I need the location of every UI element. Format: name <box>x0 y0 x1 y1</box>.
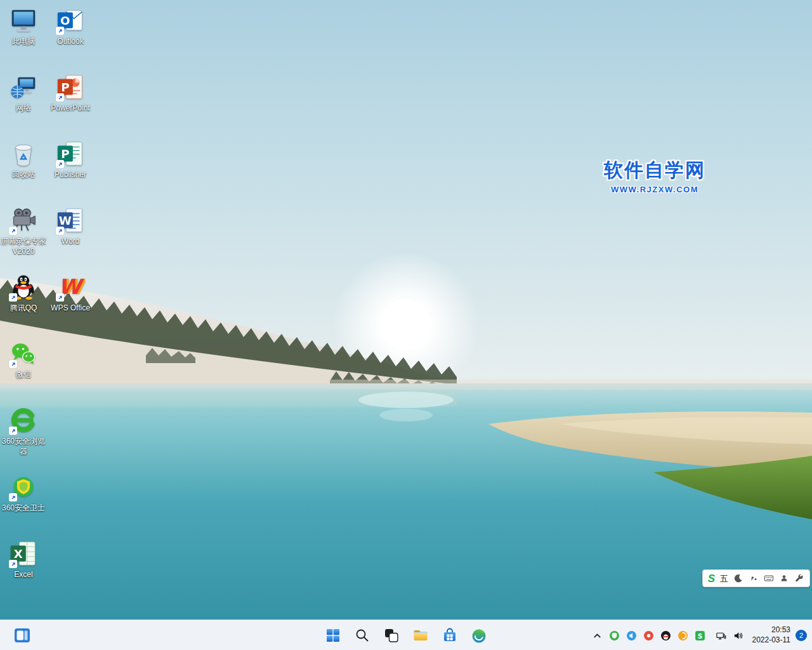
search-button[interactable] <box>349 622 376 649</box>
desktop-icon-360-safe[interactable]: 360安全卫士 <box>0 470 47 537</box>
file-explorer-button[interactable] <box>407 622 434 649</box>
360-browser-icon <box>9 406 38 435</box>
wechat-icon <box>9 339 38 368</box>
desktop-icon-360-browser[interactable]: 360安全浏览器 <box>0 404 47 470</box>
tray-icon-app-red[interactable] <box>641 624 657 647</box>
clock[interactable]: 20:53 2022-03-11 <box>750 623 796 647</box>
fullwidth-moon-icon[interactable] <box>733 573 743 583</box>
start-button[interactable] <box>320 622 346 649</box>
browser-360-button[interactable] <box>466 622 492 649</box>
hidden-icons-chevron[interactable] <box>589 624 605 647</box>
shortcut-arrow-icon <box>56 93 64 102</box>
sogou-logo-icon[interactable]: S <box>708 573 715 584</box>
desktop-icon-label: 360安全卫士 <box>2 503 45 514</box>
shortcut-arrow-icon <box>56 293 64 302</box>
browser-360-icon <box>471 627 487 644</box>
task-view-button[interactable] <box>378 622 405 649</box>
ime-toolbar[interactable]: S 五 <box>702 569 810 587</box>
microsoft-store-button[interactable] <box>436 622 463 649</box>
desktop-icon-column-1: 此电脑 网络 <box>0 4 47 604</box>
desktop-icon-label: 腾讯QQ <box>10 303 37 314</box>
this-pc-icon <box>9 6 38 35</box>
desktop-icon-column-2: O Outlook P <box>47 4 94 337</box>
network-status-button[interactable] <box>713 624 729 647</box>
svg-text:O: O <box>60 14 70 27</box>
desktop-icon-this-pc[interactable]: 此电脑 <box>0 4 47 70</box>
chevron-up-icon <box>592 630 603 641</box>
svg-text:P: P <box>61 147 69 161</box>
soft-keyboard-icon[interactable] <box>764 573 774 583</box>
toolbox-wrench-icon[interactable] <box>794 573 804 583</box>
tray-icon-sogou[interactable]: S <box>692 624 708 647</box>
excel-icon: X <box>9 539 38 568</box>
tray-icon-qq[interactable] <box>658 624 674 647</box>
desktop-icon-word[interactable]: W Word <box>47 204 94 270</box>
shortcut-arrow-icon <box>9 360 17 368</box>
desktop-icon-label: 微信 <box>16 370 31 380</box>
desktop-icon-label: 360安全浏览器 <box>1 437 46 456</box>
notification-badge[interactable]: 2 <box>796 630 807 641</box>
wps-office-icon: W W <box>56 272 85 302</box>
tray-icon-audio-app[interactable] <box>624 624 639 647</box>
desktop-icon-publisher[interactable]: P Publisher <box>47 137 94 204</box>
shortcut-arrow-icon <box>56 227 64 235</box>
publisher-icon: P <box>56 139 85 168</box>
desktop-icon-label: 回收站 <box>12 170 35 180</box>
screen-recorder-icon <box>9 206 38 235</box>
desktop-icon-wps-office[interactable]: W W WPS Office <box>47 270 94 337</box>
desktop-icon-label: Word <box>62 237 79 247</box>
clock-date: 2022-03-11 <box>752 635 791 646</box>
shortcut-arrow-icon <box>9 493 17 501</box>
clock-time: 20:53 <box>752 625 791 635</box>
wallpaper-scene <box>0 0 812 620</box>
volume-button[interactable] <box>730 624 746 647</box>
search-icon <box>354 627 370 644</box>
ime-mode-indicator[interactable]: 五 <box>720 574 728 583</box>
network-icon <box>9 72 38 102</box>
ethernet-network-icon <box>716 630 726 641</box>
desktop-icon-label: Outlook <box>57 37 83 47</box>
microsoft-store-icon <box>442 627 458 644</box>
desktop-icon-label: PowerPoint <box>51 103 89 114</box>
tray-icon-app-orange[interactable] <box>675 624 691 647</box>
desktop-icon-label: Publisher <box>55 170 86 180</box>
360-safe-icon <box>9 472 38 501</box>
shortcut-arrow-icon <box>9 560 17 568</box>
svg-text:W: W <box>59 214 72 227</box>
desktop-icon-screen-recorder[interactable]: 屏幕录像专家V2020 <box>0 204 47 270</box>
desktop-icon-excel[interactable]: X Excel <box>0 537 47 604</box>
file-explorer-icon <box>412 627 429 644</box>
shortcut-arrow-icon <box>56 160 64 168</box>
desktop-icon-label: 此电脑 <box>12 37 35 47</box>
shortcut-arrow-icon <box>9 427 17 435</box>
word-icon: W <box>56 206 85 235</box>
desktop-icon-label: WPS Office <box>51 303 90 314</box>
windows-logo-icon <box>325 627 341 644</box>
desktop-icon-recycle-bin[interactable]: 回收站 <box>0 137 47 204</box>
punctuation-icon[interactable] <box>749 573 759 583</box>
shortcut-arrow-icon <box>9 293 17 302</box>
shortcut-arrow-icon <box>9 227 17 235</box>
desktop-icon-label: 网络 <box>16 103 31 114</box>
tray-icon-360-safe[interactable] <box>606 624 622 647</box>
svg-text:P: P <box>61 81 69 94</box>
desktop-icon-wechat[interactable]: 微信 <box>0 337 47 404</box>
widgets-icon <box>14 627 30 644</box>
desktop[interactable]: 软件自学网 WWW.RJZXW.COM 此电脑 <box>0 0 812 620</box>
desktop-icon-label: 屏幕录像专家V2020 <box>1 237 46 256</box>
desktop-icon-powerpoint[interactable]: P PowerPoint <box>47 70 94 137</box>
speaker-icon <box>733 630 743 641</box>
input-mode-person-icon[interactable] <box>779 573 789 583</box>
qq-icon <box>9 272 38 302</box>
wallpaper-image <box>0 0 812 620</box>
outlook-icon: O <box>56 6 85 35</box>
desktop-icon-label: Excel <box>14 570 32 580</box>
shortcut-arrow-icon <box>56 27 64 35</box>
taskbar: S 20:53 2022-03-11 2 <box>0 620 812 650</box>
desktop-icon-network[interactable]: 网络 <box>0 70 47 137</box>
recycle-bin-icon <box>9 139 38 168</box>
widgets-button[interactable] <box>9 622 36 649</box>
desktop-icon-outlook[interactable]: O Outlook <box>47 4 94 70</box>
svg-text:S: S <box>697 632 702 640</box>
desktop-icon-tencent-qq[interactable]: 腾讯QQ <box>0 270 47 337</box>
